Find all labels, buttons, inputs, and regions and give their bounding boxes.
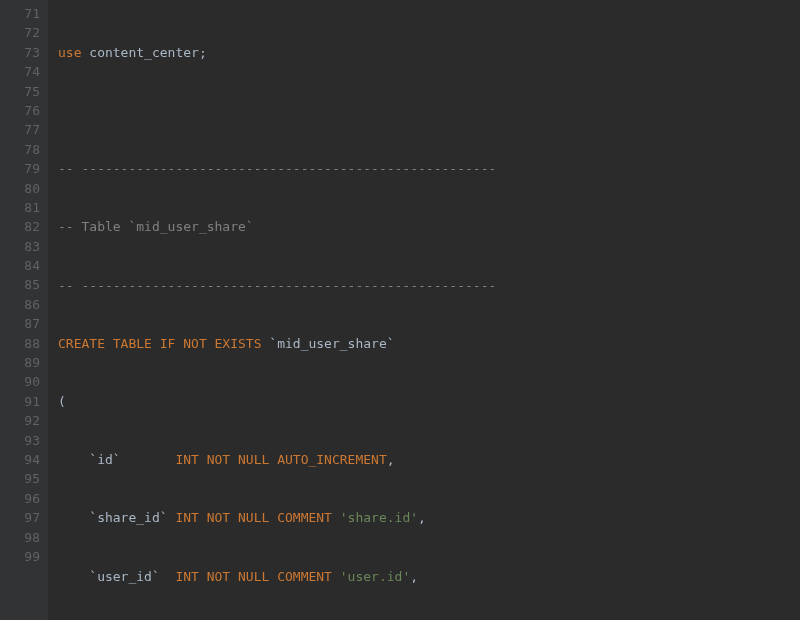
- line-number: 72: [12, 23, 40, 42]
- line-number: 86: [12, 295, 40, 314]
- line-number: 97: [12, 508, 40, 527]
- line-number: 78: [12, 140, 40, 159]
- line-number: 77: [12, 120, 40, 139]
- line-number: 90: [12, 372, 40, 391]
- line-number: 99: [12, 547, 40, 566]
- line-number: 98: [12, 528, 40, 547]
- code-line: -- Table `mid_user_share`: [58, 217, 800, 236]
- code-line: (: [58, 392, 800, 411]
- line-number: 73: [12, 43, 40, 62]
- line-number: 82: [12, 217, 40, 236]
- line-number: 76: [12, 101, 40, 120]
- line-number: 93: [12, 431, 40, 450]
- line-number: 84: [12, 256, 40, 275]
- line-number: 92: [12, 411, 40, 430]
- code-line: -- -------------------------------------…: [58, 276, 800, 295]
- line-number: 94: [12, 450, 40, 469]
- code-line: [58, 101, 800, 120]
- line-number: 95: [12, 469, 40, 488]
- line-number: 79: [12, 159, 40, 178]
- code-line: `share_id` INT NOT NULL COMMENT 'share.i…: [58, 508, 800, 527]
- line-number: 87: [12, 314, 40, 333]
- code-line: use content_center;: [58, 43, 800, 62]
- line-number: 83: [12, 237, 40, 256]
- line-number: 81: [12, 198, 40, 217]
- code-area[interactable]: use content_center; -- -----------------…: [48, 0, 800, 620]
- code-editor: 7172737475767778798081828384858687888990…: [0, 0, 800, 620]
- line-number: 85: [12, 275, 40, 294]
- line-number: 80: [12, 179, 40, 198]
- code-line: CREATE TABLE IF NOT EXISTS `mid_user_sha…: [58, 334, 800, 353]
- code-line: `user_id` INT NOT NULL COMMENT 'user.id'…: [58, 567, 800, 586]
- line-number: 71: [12, 4, 40, 23]
- line-number-gutter: 7172737475767778798081828384858687888990…: [0, 0, 48, 620]
- code-line: -- -------------------------------------…: [58, 159, 800, 178]
- line-number: 91: [12, 392, 40, 411]
- line-number: 88: [12, 334, 40, 353]
- code-line: `id` INT NOT NULL AUTO_INCREMENT,: [58, 450, 800, 469]
- line-number: 96: [12, 489, 40, 508]
- line-number: 89: [12, 353, 40, 372]
- line-number: 75: [12, 82, 40, 101]
- line-number: 74: [12, 62, 40, 81]
